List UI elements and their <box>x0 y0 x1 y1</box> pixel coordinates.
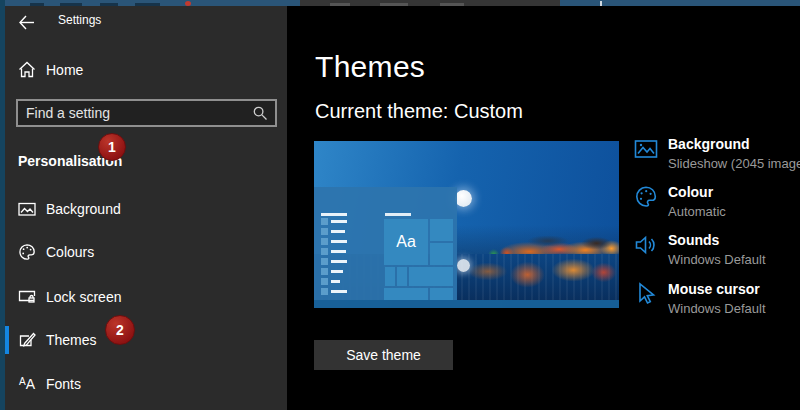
tiles-header-dash <box>385 213 411 216</box>
cursor-icon <box>633 281 659 307</box>
home-icon <box>17 60 37 80</box>
sidebar-item-label: Colours <box>46 244 94 260</box>
hamburger-line <box>321 213 347 216</box>
sidebar-item-background[interactable]: Background <box>5 192 287 226</box>
detail-background: Background Slideshow (2045 images) <box>633 136 800 172</box>
fonts-icon: AA <box>17 374 37 394</box>
search-icon[interactable] <box>249 102 271 124</box>
start-menu-mockup: Aa <box>314 187 457 300</box>
aa-tile: Aa <box>384 219 428 265</box>
titlebar: Settings <box>5 6 287 38</box>
detail-value: Slideshow (2045 images) <box>668 155 800 172</box>
detail-label: Background <box>668 136 800 153</box>
sidebar-item-label: Fonts <box>46 376 81 392</box>
page-title: Themes <box>315 50 425 84</box>
sidebar-item-label: Themes <box>46 332 97 348</box>
window-title: Settings <box>58 13 101 27</box>
background-window-left-edge <box>0 0 5 410</box>
background-window-top-strip <box>0 0 800 6</box>
back-button[interactable] <box>13 10 39 34</box>
speaker-icon <box>633 232 659 258</box>
sidebar-item-fonts[interactable]: AA Fonts <box>5 367 287 401</box>
search-input[interactable] <box>18 105 249 121</box>
main-pane: Themes Current theme: Custom Aa <box>287 6 800 410</box>
sidebar-item-label: Home <box>46 62 83 78</box>
detail-sounds: Sounds Windows Default <box>633 232 766 268</box>
current-theme-subtitle: Current theme: Custom <box>315 100 523 123</box>
annotation-badge-1: 1 <box>98 133 126 161</box>
detail-value: Windows Default <box>668 300 766 317</box>
save-theme-button[interactable]: Save theme <box>314 340 453 370</box>
detail-label: Sounds <box>668 232 766 249</box>
sidebar-item-label: Lock screen <box>46 289 121 305</box>
sidebar-item-label: Background <box>46 201 121 217</box>
theme-preview-image: Aa <box>314 141 619 308</box>
detail-colour: Colour Automatic <box>633 184 726 220</box>
sidebar-item-lock-screen[interactable]: Lock screen <box>5 280 287 314</box>
palette-icon <box>17 242 37 262</box>
sidebar: Settings Home Personalisation Background <box>5 6 287 410</box>
detail-value: Windows Default <box>668 251 766 268</box>
sidebar-item-home[interactable]: Home <box>5 53 287 87</box>
detail-mouse-cursor: Mouse cursor Windows Default <box>633 281 766 317</box>
moon-graphic <box>455 190 472 207</box>
taskbar-graphic <box>314 300 619 308</box>
colour-palette-icon <box>633 184 659 210</box>
background-image-icon <box>633 136 659 162</box>
lock-screen-icon <box>17 287 37 307</box>
search-box <box>16 99 277 127</box>
detail-label: Mouse cursor <box>668 281 766 298</box>
detail-label: Colour <box>668 184 726 201</box>
sidebar-item-colours[interactable]: Colours <box>5 235 287 269</box>
background-favicon-dot <box>185 1 191 6</box>
themes-icon <box>17 330 37 350</box>
annotation-badge-2: 2 <box>105 315 135 345</box>
sidebar-item-themes[interactable]: Themes <box>5 323 287 357</box>
moon-reflection-graphic <box>457 259 470 272</box>
back-arrow-icon <box>18 15 35 30</box>
image-icon <box>17 199 37 219</box>
detail-value: Automatic <box>668 203 726 220</box>
